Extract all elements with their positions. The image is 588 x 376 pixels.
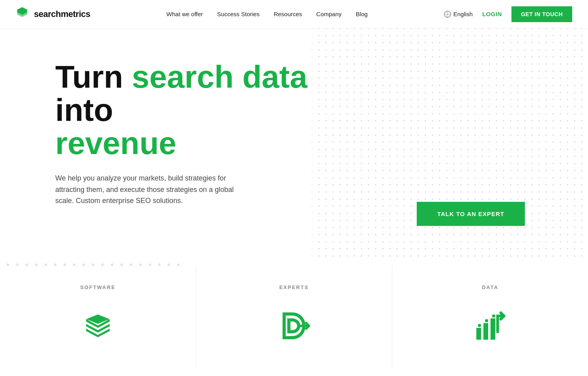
bottom-section: SOFTWARE EXPERTS [0, 258, 588, 368]
svg-point-5 [492, 314, 495, 318]
data-card-label: DATA [482, 284, 498, 290]
software-icon [78, 306, 118, 346]
language-selector[interactable]: English [444, 11, 473, 18]
hero-title-part1: Turn [55, 59, 132, 94]
logo-icon [16, 7, 30, 21]
svg-rect-0 [476, 328, 481, 340]
talk-to-expert-button[interactable]: TALK TO AN EXPERT [417, 202, 525, 226]
hero-cta-area: TALK TO AN EXPERT [417, 202, 525, 226]
language-label: English [453, 11, 473, 17]
nav-link-success-stories[interactable]: Success Stories [217, 11, 260, 17]
svg-point-3 [478, 324, 481, 327]
hero-description: We help you analyze your markets, build … [55, 173, 253, 207]
hero-title-part2: into [55, 92, 113, 128]
data-card: DATA [392, 265, 588, 368]
svg-rect-1 [483, 323, 488, 340]
software-card-label: SOFTWARE [80, 284, 116, 290]
hero-title-green: search data [132, 59, 307, 94]
logo-text: searchmetrics [34, 9, 90, 19]
hero-section: Turn search data into revenue We help yo… [0, 28, 588, 258]
main-nav: searchmetrics What we offer Success Stor… [0, 0, 588, 28]
cards-row: SOFTWARE EXPERTS [0, 265, 588, 368]
hero-title-revenue: revenue [55, 126, 176, 161]
hero-content: Turn search data into revenue We help yo… [55, 60, 331, 226]
login-link[interactable]: LOGIN [482, 11, 502, 17]
globe-icon [444, 11, 451, 18]
nav-link-company[interactable]: Company [316, 11, 341, 17]
logo-link[interactable]: searchmetrics [16, 7, 90, 21]
experts-card-label: EXPERTS [279, 284, 309, 290]
experts-card: EXPERTS [196, 265, 392, 368]
nav-link-what-we-offer[interactable]: What we offer [167, 11, 203, 17]
software-card: SOFTWARE [0, 265, 196, 368]
experts-icon [274, 306, 314, 346]
get-in-touch-button[interactable]: GET IN TOUCH [511, 6, 572, 22]
data-icon [470, 306, 510, 346]
nav-right: English LOGIN GET IN TOUCH [444, 6, 572, 22]
nav-link-resources[interactable]: Resources [274, 11, 302, 17]
nav-link-blog[interactable]: Blog [356, 11, 368, 17]
svg-rect-2 [491, 318, 495, 340]
hero-title: Turn search data into revenue [55, 60, 331, 160]
svg-point-4 [485, 319, 488, 322]
nav-links: What we offer Success Stories Resources … [167, 11, 368, 17]
